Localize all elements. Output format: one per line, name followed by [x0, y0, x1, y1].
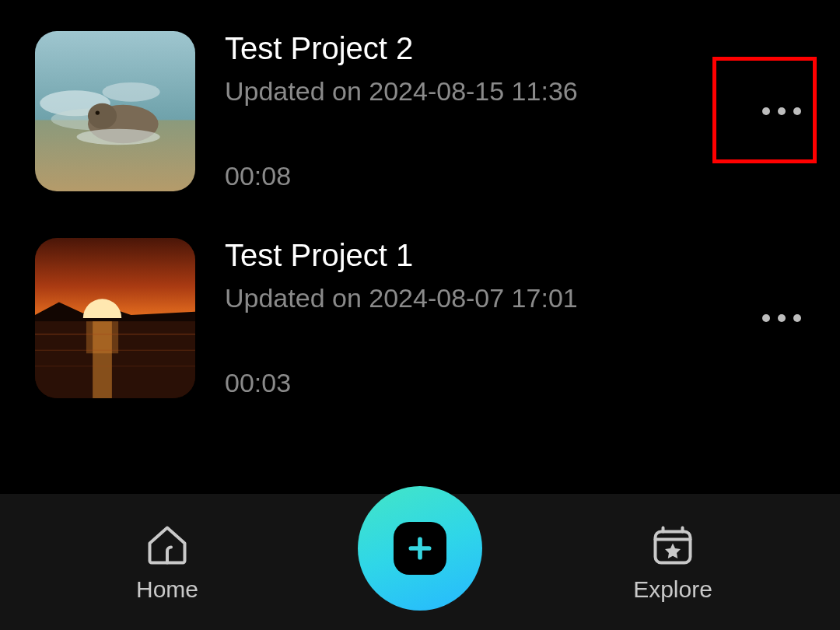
- project-more-button[interactable]: [758, 238, 805, 398]
- nav-home-label: Home: [136, 576, 198, 603]
- bottom-nav: Home E: [0, 490, 840, 630]
- svg-point-7: [77, 129, 160, 145]
- project-thumbnail[interactable]: [35, 238, 195, 398]
- project-info: Test Project 1 Updated on 2024-08-07 17:…: [195, 238, 758, 398]
- project-duration: 00:03: [225, 368, 758, 398]
- svg-point-6: [96, 110, 100, 114]
- project-updated: Updated on 2024-08-07 17:01: [225, 283, 758, 313]
- project-list: Test Project 2 Updated on 2024-08-15 11:…: [0, 0, 840, 398]
- project-thumbnail[interactable]: [35, 31, 195, 191]
- project-item[interactable]: Test Project 1 Updated on 2024-08-07 17:…: [35, 238, 805, 398]
- explore-icon: [649, 522, 696, 569]
- project-updated: Updated on 2024-08-15 11:36: [225, 76, 758, 107]
- project-duration: 00:08: [225, 161, 758, 191]
- create-button[interactable]: [358, 486, 482, 611]
- home-icon: [144, 522, 191, 569]
- screen: Test Project 2 Updated on 2024-08-15 11:…: [0, 0, 840, 630]
- nav-create: [334, 500, 506, 625]
- svg-rect-11: [86, 321, 118, 353]
- svg-point-5: [88, 103, 117, 129]
- more-icon: [762, 107, 801, 115]
- more-icon: [762, 314, 801, 322]
- project-item[interactable]: Test Project 2 Updated on 2024-08-15 11:…: [35, 31, 805, 191]
- svg-point-2: [103, 82, 160, 102]
- nav-explore-label: Explore: [633, 576, 712, 603]
- project-more-button[interactable]: [758, 31, 805, 191]
- plus-icon: [394, 522, 446, 575]
- project-title: Test Project 1: [225, 238, 758, 272]
- nav-explore[interactable]: Explore: [506, 522, 840, 603]
- project-info: Test Project 2 Updated on 2024-08-15 11:…: [195, 31, 758, 191]
- nav-home[interactable]: Home: [0, 522, 334, 603]
- project-title: Test Project 2: [225, 31, 758, 65]
